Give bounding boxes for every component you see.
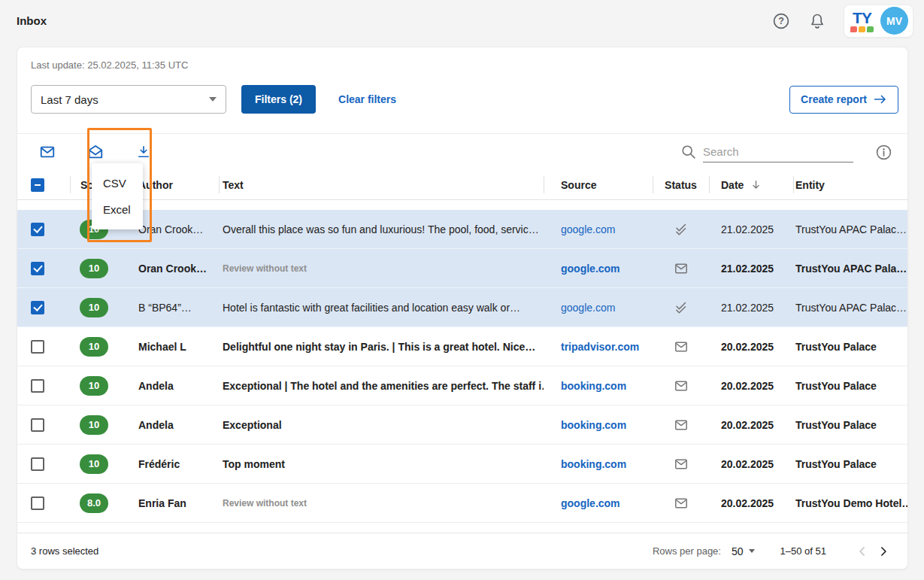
column-header-entity[interactable]: Entity — [793, 170, 907, 199]
header-spacer — [17, 200, 907, 210]
author-cell: Oran Crook… — [129, 249, 219, 287]
notifications-button[interactable] — [807, 11, 827, 31]
svg-text:?: ? — [778, 16, 784, 26]
entity-cell: TrustYou Palace — [793, 445, 907, 483]
table-footer: 3 rows selected Rows per page: 50 1–50 o… — [17, 533, 907, 569]
export-menu-item-csv[interactable]: CSV — [92, 170, 143, 196]
entity-cell: TrustYou APAC Palac… — [793, 210, 907, 248]
table-row[interactable]: 10 B “BP64”… Hotel is fantastic with gre… — [17, 288, 907, 327]
envelope-icon — [674, 457, 689, 472]
entity-cell: TrustYou APAC Palac… — [793, 288, 907, 326]
table-row[interactable]: 10 Frédéric Top moment booking.com 20.02… — [17, 445, 907, 484]
table-row[interactable]: 10 Oran Crook… Overall this place was so… — [17, 210, 907, 249]
row-checkbox[interactable] — [31, 223, 44, 236]
date-cell: 20.02.2025 — [709, 484, 793, 522]
help-button[interactable]: ? — [771, 11, 791, 31]
source-link[interactable]: booking.com — [561, 458, 626, 470]
mark-as-unread-button[interactable] — [86, 143, 105, 161]
top-bar: Inbox ? TY MV — [0, 0, 924, 41]
chevron-down-icon — [209, 97, 217, 102]
column-header-source[interactable]: Source — [544, 170, 653, 199]
date-cell: 21.02.2025 — [709, 249, 793, 287]
table-row[interactable]: 10 Oran Crook… Review without text googl… — [17, 249, 907, 288]
envelope-icon — [674, 418, 689, 433]
date-range-select[interactable]: Last 7 days — [31, 85, 226, 114]
column-header-status[interactable]: Status — [653, 170, 709, 199]
avatar[interactable]: MV — [880, 7, 908, 35]
table-row[interactable]: 10 Andela Exceptional | The hotel and th… — [17, 366, 907, 405]
status-cell — [653, 210, 709, 248]
account-chip[interactable]: TY MV — [844, 5, 913, 38]
rows-per-page-label: Rows per page: — [653, 545, 721, 557]
date-cell: 20.02.2025 — [709, 405, 793, 444]
double-check-icon — [674, 300, 689, 315]
last-update-text: Last update: 25.02.2025, 11:35 UTC — [31, 59, 188, 71]
chevron-down-icon — [749, 549, 755, 553]
row-checkbox[interactable] — [31, 457, 44, 471]
double-check-icon — [674, 222, 689, 237]
filter-controls: Last 7 days Filters (2) Clear filters Cr… — [31, 85, 898, 114]
status-cell — [653, 405, 709, 444]
row-checkbox[interactable] — [31, 340, 44, 354]
pagination-range-text: 1–50 of 51 — [780, 545, 826, 557]
create-report-button[interactable]: Create report — [789, 86, 898, 114]
status-cell — [653, 288, 709, 326]
mark-as-read-button[interactable] — [38, 143, 56, 161]
score-badge: 10 — [80, 376, 108, 396]
date-cell: 20.02.2025 — [709, 327, 793, 366]
entity-cell: TrustYou Palace — [793, 405, 907, 444]
info-button[interactable] — [874, 143, 892, 161]
source-link[interactable]: google.com — [561, 302, 615, 314]
author-cell: Frédéric — [129, 445, 219, 483]
source-link[interactable]: google.com — [561, 223, 615, 235]
row-checkbox[interactable] — [31, 379, 44, 393]
export-menu-item-excel[interactable]: Excel — [92, 196, 143, 223]
date-range-value: Last 7 days — [41, 93, 98, 106]
clear-filters-link[interactable]: Clear filters — [338, 93, 396, 105]
table-toolbar — [17, 134, 907, 170]
column-header-date[interactable]: Date — [709, 170, 793, 199]
envelope-icon — [674, 496, 689, 511]
table-row[interactable]: 8.0 Enria Fan Review without text google… — [17, 484, 907, 523]
date-cell: 20.02.2025 — [709, 366, 793, 405]
column-header-text[interactable]: Text — [219, 170, 544, 199]
row-checkbox[interactable] — [31, 418, 44, 432]
source-link[interactable]: google.com — [561, 497, 620, 509]
table-row[interactable]: 10 Andela Exceptional booking.com 20.02.… — [17, 405, 907, 445]
status-cell — [653, 484, 709, 522]
search-field — [680, 141, 853, 162]
chevron-left-icon — [855, 544, 870, 559]
row-checkbox[interactable] — [31, 301, 44, 314]
table-header: Score Author Text Source Status Date Ent… — [17, 170, 907, 200]
rows-selected-text: 3 rows selected — [31, 545, 98, 557]
search-input[interactable] — [703, 141, 853, 162]
text-cell: Delightful one night stay in Paris. | Th… — [219, 327, 544, 366]
bell-icon — [808, 12, 826, 30]
author-cell: B “BP64”… — [129, 288, 219, 326]
score-badge: 10 — [80, 259, 108, 278]
select-all-checkbox[interactable] — [31, 178, 44, 192]
entity-cell: TrustYou Demo Hotel… — [793, 484, 907, 522]
row-checkbox[interactable] — [31, 496, 44, 510]
score-badge: 10 — [80, 337, 108, 357]
source-link[interactable]: google.com — [561, 263, 620, 275]
rows-per-page-select[interactable]: 50 — [732, 545, 755, 557]
next-page-button[interactable] — [873, 541, 894, 562]
table-row[interactable]: 10 Michael L Delightful one night stay i… — [17, 327, 907, 366]
chevron-right-icon — [876, 544, 891, 559]
source-link[interactable]: tripadvisor.com — [561, 341, 639, 353]
text-cell: Review without text — [219, 249, 544, 287]
export-button[interactable] — [135, 143, 153, 161]
source-link[interactable]: booking.com — [561, 419, 626, 431]
text-cell: Exceptional — [219, 405, 544, 444]
row-checkbox[interactable] — [31, 262, 44, 275]
author-cell: Andela — [129, 366, 219, 405]
date-cell: 21.02.2025 — [709, 210, 793, 248]
source-link[interactable]: booking.com — [561, 380, 626, 392]
status-cell — [653, 445, 709, 483]
date-cell: 20.02.2025 — [709, 445, 793, 483]
filters-button[interactable]: Filters (2) — [241, 85, 316, 114]
logo-bubbles-icon — [850, 26, 874, 32]
author-cell: Michael L — [129, 327, 219, 366]
previous-page-button[interactable] — [852, 541, 873, 562]
